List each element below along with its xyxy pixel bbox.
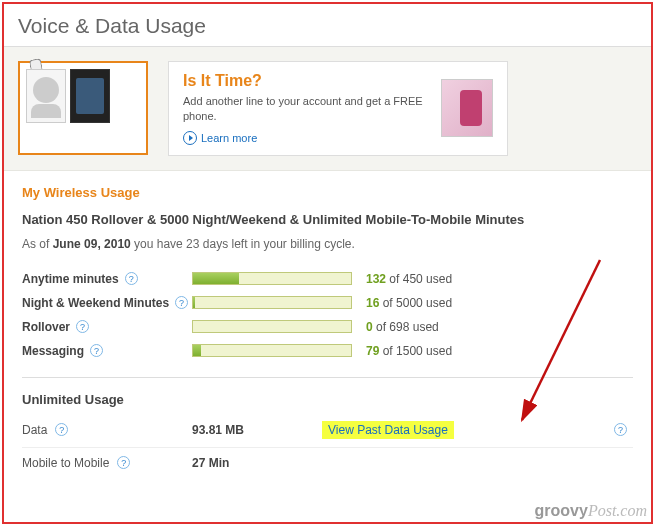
learn-more-label: Learn more [201,132,257,144]
usage-label: Night & Weekend Minutes [22,296,169,310]
section-title: My Wireless Usage [22,185,633,200]
usage-bar [192,296,352,309]
help-icon[interactable]: ? [117,456,130,469]
promo-subtitle: Add another line to your account and get… [183,94,429,125]
usage-bar [192,344,352,357]
divider [22,377,633,378]
phone-number-redacted [26,129,140,147]
view-past-data-usage-link[interactable]: View Past Data Usage [322,421,454,439]
account-selector[interactable] [18,61,148,155]
usage-label: Rollover [22,320,70,334]
profile-thumb[interactable] [26,69,66,123]
usage-row: Rollover?0 of 698 used [22,315,633,339]
unlimited-data-row: Data ? 93.81 MB View Past Data Usage ? [22,413,633,448]
usage-label: Anytime minutes [22,272,119,286]
usage-value: 16 of 5000 used [366,296,452,310]
usage-value: 0 of 698 used [366,320,439,334]
usage-bar [192,320,352,333]
promo-image [441,79,493,137]
metered-usage-table: Anytime minutes?132 of 450 usedNight & W… [22,267,633,363]
unlimited-header: Unlimited Usage [22,392,633,407]
usage-bar [192,272,352,285]
page-title: Voice & Data Usage [4,4,651,47]
help-icon[interactable]: ? [175,296,188,309]
help-icon[interactable]: ? [125,272,138,285]
help-icon[interactable]: ? [614,423,627,436]
unlimited-m2m-row: Mobile to Mobile ? 27 Min [22,448,633,478]
plan-name: Nation 450 Rollover & 5000 Night/Weekend… [22,212,633,227]
usage-value: 132 of 450 used [366,272,452,286]
data-label: Data [22,423,47,437]
promo-title: Is It Time? [183,72,429,90]
learn-more-link[interactable]: Learn more [183,131,429,145]
help-icon[interactable]: ? [55,423,68,436]
device-thumb[interactable] [70,69,110,123]
billing-cycle-status: As of June 09, 2010 you have 23 days lef… [22,237,633,251]
m2m-label: Mobile to Mobile [22,456,109,470]
usage-row: Night & Weekend Minutes?16 of 5000 used [22,291,633,315]
help-icon[interactable]: ? [76,320,89,333]
usage-row: Messaging?79 of 1500 used [22,339,633,363]
help-icon[interactable]: ? [90,344,103,357]
m2m-value: 27 Min [192,456,322,470]
promo-banner: Is It Time? Add another line to your acc… [168,61,508,156]
usage-label: Messaging [22,344,84,358]
play-icon [183,131,197,145]
account-strip: Is It Time? Add another line to your acc… [4,47,651,171]
usage-value: 79 of 1500 used [366,344,452,358]
usage-row: Anytime minutes?132 of 450 used [22,267,633,291]
data-value: 93.81 MB [192,423,322,437]
